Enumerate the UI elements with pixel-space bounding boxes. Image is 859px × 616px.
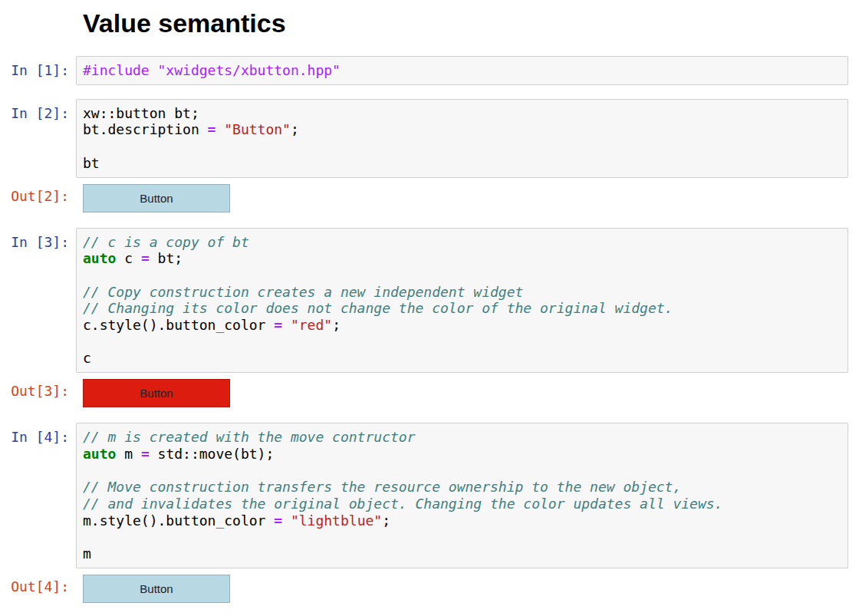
output-area: Button [83, 575, 848, 603]
input-prompt: In [3]: [0, 228, 76, 251]
code-cell: In [1]: #include "xwidgets/xbutton.hpp" [0, 56, 848, 85]
output-area: Button [83, 184, 848, 212]
code-text: // m is created with the move contructor… [83, 429, 841, 562]
code-input[interactable]: #include "xwidgets/xbutton.hpp" [76, 56, 848, 85]
notebook: Value semantics In [1]: #include "xwidge… [0, 0, 859, 603]
output-cell: Out[2]: Button [0, 184, 848, 212]
widget-button[interactable]: Button [83, 575, 230, 603]
output-prompt: Out[4]: [0, 575, 76, 595]
code-input[interactable]: // m is created with the move contructor… [76, 423, 848, 568]
output-prompt: Out[2]: [0, 184, 76, 205]
widget-button[interactable]: Button [83, 184, 230, 212]
input-prompt: In [1]: [0, 56, 76, 79]
input-prompt: In [4]: [0, 423, 76, 446]
output-prompt: Out[3]: [0, 379, 76, 400]
output-area: Button [83, 379, 848, 407]
code-cell: In [2]: xw::button bt; bt.description = … [0, 99, 848, 178]
code-cell: In [3]: // c is a copy of bt auto c = bt… [0, 228, 848, 374]
code-text: // c is a copy of bt auto c = bt; // Cop… [83, 234, 841, 367]
widget-button[interactable]: Button [83, 379, 230, 407]
output-cell: Out[4]: Button [0, 575, 848, 603]
code-text: #include "xwidgets/xbutton.hpp" [83, 62, 841, 79]
page-title: Value semantics [83, 9, 848, 37]
code-cell: In [4]: // m is created with the move co… [0, 423, 848, 568]
input-prompt: In [2]: [0, 99, 76, 122]
output-cell: Out[3]: Button [0, 379, 848, 407]
code-text: xw::button bt; bt.description = "Button"… [83, 105, 841, 172]
code-input[interactable]: // c is a copy of bt auto c = bt; // Cop… [76, 228, 848, 374]
code-input[interactable]: xw::button bt; bt.description = "Button"… [76, 99, 848, 178]
